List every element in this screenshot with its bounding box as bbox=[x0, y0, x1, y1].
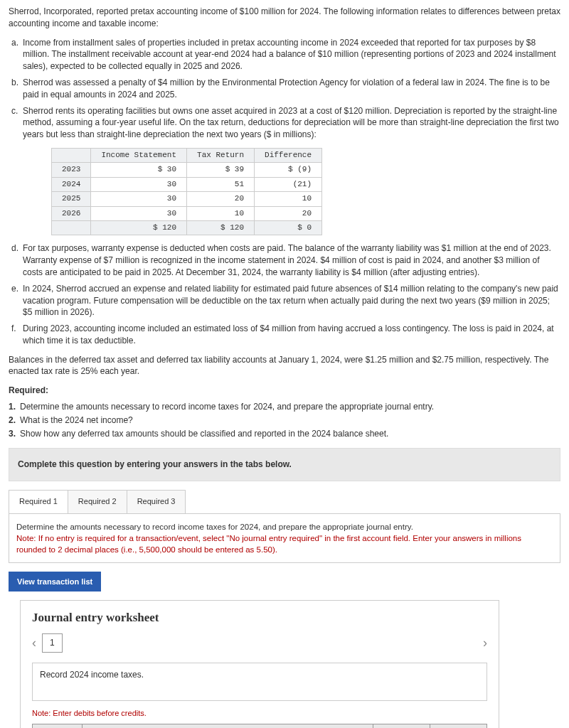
required-heading: Required: bbox=[9, 385, 560, 397]
dep-trt: $ 120 bbox=[187, 220, 255, 235]
jeh-event: Event bbox=[33, 724, 83, 728]
dep-tr0: $ 39 bbox=[187, 163, 255, 177]
jeh-credit: Credit bbox=[430, 724, 487, 728]
dep-yt bbox=[52, 220, 91, 235]
journal-entry-worksheet: Journal entry worksheet ‹ 1 › Record 202… bbox=[20, 600, 499, 728]
view-transaction-list-button[interactable]: View transaction list bbox=[9, 572, 101, 592]
info-list: a.Income from installment sales of prope… bbox=[9, 37, 560, 141]
dep-is1: 30 bbox=[91, 177, 187, 191]
dep-d3: 20 bbox=[255, 206, 322, 220]
intro-text: Sherrod, Incorporated, reported pretax a… bbox=[9, 6, 560, 30]
panel-line1: Determine the amounts necessary to recor… bbox=[16, 523, 413, 531]
dep-tr1: 51 bbox=[187, 177, 255, 191]
dep-h0 bbox=[52, 148, 91, 162]
depreciation-table: Income Statement Tax Return Difference 2… bbox=[51, 148, 322, 235]
tab-panel: Determine the amounts necessary to recor… bbox=[9, 514, 560, 563]
dep-is0: $ 30 bbox=[91, 163, 187, 177]
dep-d2: 10 bbox=[255, 192, 322, 206]
tabs: Required 1 Required 2 Required 3 bbox=[9, 490, 560, 513]
req3: Show how any deferred tax amounts should… bbox=[20, 429, 388, 439]
req2: What is the 2024 net income? bbox=[20, 415, 133, 425]
item-c: Sherrod rents its operating facilities b… bbox=[23, 106, 559, 140]
item-e: In 2024, Sherrod accrued an expense and … bbox=[23, 284, 558, 318]
je-instruction: Record 2024 income taxes. bbox=[32, 663, 487, 702]
dep-ist: $ 120 bbox=[91, 220, 187, 235]
tab-required-3[interactable]: Required 3 bbox=[127, 490, 186, 513]
journal-entry-table: Event General Journal Debit Credit 1 bbox=[32, 724, 487, 728]
item-a: Income from installment sales of propert… bbox=[23, 38, 556, 72]
chevron-right-icon[interactable]: › bbox=[483, 634, 487, 652]
tab-required-2[interactable]: Required 2 bbox=[68, 490, 127, 513]
dep-y3: 2026 bbox=[52, 206, 91, 220]
dep-dt: $ 0 bbox=[255, 220, 322, 235]
dep-d1: (21) bbox=[255, 177, 322, 191]
dep-h3: Difference bbox=[255, 148, 322, 162]
je-title: Journal entry worksheet bbox=[32, 609, 487, 626]
dep-y2: 2025 bbox=[52, 192, 91, 206]
chevron-left-icon[interactable]: ‹ bbox=[32, 634, 36, 652]
panel-note: Note: If no entry is required for a tran… bbox=[16, 534, 521, 554]
jeh-gj: General Journal bbox=[83, 724, 373, 728]
dep-is2: 30 bbox=[91, 192, 187, 206]
dep-h2: Tax Return bbox=[187, 148, 255, 162]
dep-tr3: 10 bbox=[187, 206, 255, 220]
item-d: For tax purposes, warranty expense is de… bbox=[23, 243, 551, 277]
tab-required-1[interactable]: Required 1 bbox=[9, 490, 68, 513]
dep-y1: 2024 bbox=[52, 177, 91, 191]
jeh-debit: Debit bbox=[373, 724, 430, 728]
dep-d0: $ (9) bbox=[255, 163, 322, 177]
tabs-instruction: Complete this question by entering your … bbox=[9, 448, 560, 481]
item-f: During 2023, accounting income included … bbox=[23, 323, 554, 346]
req1: Determine the amounts necessary to recor… bbox=[20, 402, 434, 412]
dep-y0: 2023 bbox=[52, 163, 91, 177]
dep-is3: 30 bbox=[91, 206, 187, 220]
item-b: Sherrod was assessed a penalty of $4 mil… bbox=[23, 77, 550, 100]
dep-tr2: 20 bbox=[187, 192, 255, 206]
requirements-list: 1.Determine the amounts necessary to rec… bbox=[9, 401, 560, 439]
dep-h1: Income Statement bbox=[91, 148, 187, 162]
je-page-1[interactable]: 1 bbox=[42, 633, 63, 653]
info-list-2: d.For tax purposes, warranty expense is … bbox=[9, 242, 560, 346]
je-note: Note: Enter debits before credits. bbox=[32, 708, 487, 719]
balances-text: Balances in the deferred tax asset and d… bbox=[9, 354, 560, 378]
